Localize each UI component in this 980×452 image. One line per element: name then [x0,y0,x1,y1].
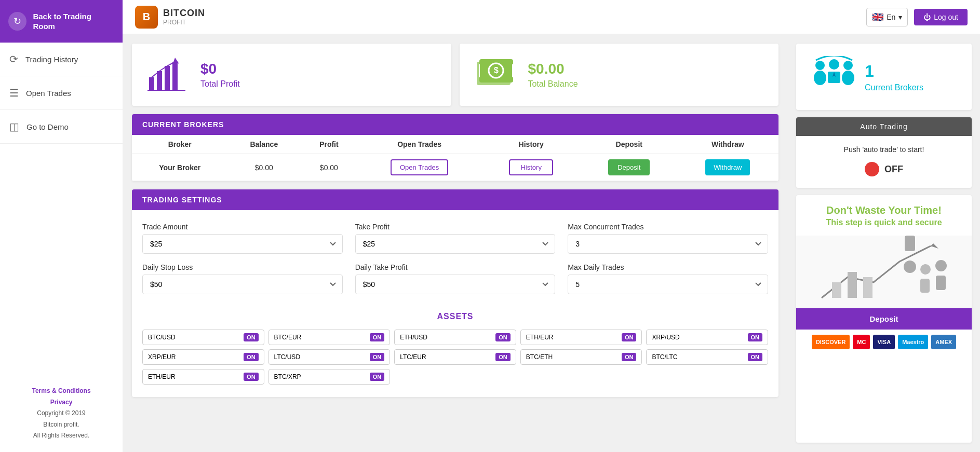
current-brokers-value: 1 [865,62,923,81]
terms-link[interactable]: Terms & Conditions [32,387,90,394]
current-brokers-header: CURRENT BROKERS [132,114,778,135]
sidebar: ↻ Back to Trading Room ⟳ Trading History… [0,0,123,452]
chart-icon [146,57,188,93]
asset-on-badge: ON [244,353,259,361]
stats-row: $0 Total Profit $ [132,44,778,106]
sidebar-item-trading-history[interactable]: ⟳ Trading History [0,43,123,76]
assets-title: ASSETS [142,307,768,330]
asset-item[interactable]: BTC/USDON [142,330,264,345]
asset-item[interactable]: ETH/USDON [394,330,516,345]
daily-take-profit-select[interactable]: $50 [355,275,556,294]
brokers-table: Broker Balance Profit Open Trades Histor… [132,135,778,181]
asset-item[interactable]: BTC/LTCON [646,349,768,365]
lang-label: En [887,13,895,21]
current-brokers-label: Current Brokers [865,83,923,92]
current-brokers-section: CURRENT BROKERS Broker Balance Profit Op… [132,114,778,181]
right-panel: 1 Current Brokers Auto Trading Push 'aut… [788,34,980,452]
sidebar-item-go-to-demo[interactable]: ◫ Go to Demo [0,110,123,144]
ad-content: Don't Waste Your Time! This step is quic… [796,195,972,236]
svg-rect-2 [165,66,170,90]
daily-take-profit-label: Daily Take Profit [355,263,556,271]
svg-point-13 [814,71,826,85]
language-selector[interactable]: 🇬🇧 En ▾ [866,8,908,26]
svg-point-14 [829,59,839,70]
asset-label: ETH/EUR [148,373,176,380]
ad-deposit-button[interactable]: Deposit [796,308,972,330]
table-row: Your Broker $0.00 $0.00 Open Trades Hist… [132,154,778,181]
col-balance: Balance [227,135,300,154]
all-rights: All Rights Reserved. [33,432,90,439]
people-icon [811,56,852,98]
daily-stop-loss-field: Daily Stop Loss $50 [142,263,343,294]
asset-label: BTC/EUR [274,334,302,341]
trade-amount-label: Trade Amount [142,223,343,231]
trade-amount-select[interactable]: $25 [142,234,343,254]
auto-trading-toggle[interactable]: OFF [865,162,903,176]
svg-point-27 [935,260,947,271]
assets-grid: BTC/USDONBTC/EURONETH/USDONETH/EURONXRP/… [142,330,768,385]
topbar: B BITCOIN PROFIT 🇬🇧 En ▾ ⏻ Log out [123,0,980,34]
asset-label: BTC/ETH [526,353,553,361]
copyright: Copyright © 2019 [37,409,86,417]
logout-button[interactable]: ⏻ Log out [914,9,968,25]
total-profit-label: Total Profit [200,79,240,89]
demo-icon: ◫ [9,120,19,133]
daily-stop-loss-select[interactable]: $50 [142,275,343,294]
topbar-right: 🇬🇧 En ▾ ⏻ Log out [866,8,968,26]
sidebar-footer: Terms & Conditions Privacy Copyright © 2… [0,375,123,452]
money-icon: $ [474,57,516,93]
asset-item[interactable]: LTC/USDON [269,349,391,365]
open-trades-button[interactable]: Open Trades [391,159,448,175]
asset-label: ETH/USD [400,334,427,341]
col-deposit: Deposit [581,135,677,154]
svg-rect-3 [172,62,178,90]
asset-item[interactable]: LTC/EURON [394,349,516,365]
take-profit-select[interactable]: $25 [355,234,556,254]
asset-on-badge: ON [370,333,385,341]
maestro-logo: Maestro [898,335,928,349]
broker-profit: $0.00 [300,154,357,181]
svg-rect-1 [157,71,162,90]
asset-on-badge: ON [622,333,637,341]
toggle-label: OFF [884,164,903,175]
asset-item[interactable]: XRP/EURON [142,349,264,365]
history-button[interactable]: History [509,159,553,175]
asset-label: BTC/USD [148,334,176,341]
brand-name-footer: Bitcoin profit. [43,421,79,428]
mastercard-logo: MC [853,335,870,349]
sidebar-item-label: Open Trades [26,89,71,98]
brand-sub: PROFIT [163,19,205,26]
deposit-button[interactable]: Deposit [608,159,650,175]
back-label: Back to Trading Room [33,11,114,32]
max-daily-trades-field: Max Daily Trades 5 [568,263,768,294]
ad-subtitle: This step is quick and secure [804,218,963,227]
payment-logos: DISCOVER MC VISA Maestro AMEX [796,330,972,354]
settings-grid: Trade Amount $25 Take Profit $25 Max Con… [132,210,778,307]
withdraw-button[interactable]: Withdraw [705,159,750,175]
max-daily-trades-label: Max Daily Trades [568,263,768,271]
col-history: History [481,135,581,154]
logout-icon: ⏻ [923,13,931,21]
privacy-link[interactable]: Privacy [50,399,73,406]
take-profit-field: Take Profit $25 [355,223,556,254]
max-concurrent-select[interactable]: 3 [568,234,768,254]
asset-item[interactable]: BTC/EURON [269,330,391,345]
asset-item[interactable]: XRP/USDON [646,330,768,345]
toggle-dot [865,162,879,176]
svg-point-23 [904,261,916,273]
back-to-trading-room[interactable]: ↻ Back to Trading Room [0,0,123,43]
asset-on-badge: ON [370,353,385,361]
center-panel: $0 Total Profit $ [123,34,788,452]
take-profit-label: Take Profit [355,223,556,231]
asset-item[interactable]: BTC/ETHON [520,349,642,365]
asset-item[interactable]: ETH/EURON [520,330,642,345]
asset-item[interactable]: BTC/XRPON [269,369,391,385]
sidebar-item-open-trades[interactable]: ☰ Open Trades [0,76,123,110]
asset-on-badge: ON [495,333,511,341]
asset-item[interactable]: ETH/EURON [142,369,264,385]
svg-rect-24 [905,236,915,251]
svg-rect-26 [920,279,930,293]
asset-on-badge: ON [244,333,259,341]
max-daily-trades-select[interactable]: 5 [568,275,768,294]
svg-rect-22 [863,277,872,298]
